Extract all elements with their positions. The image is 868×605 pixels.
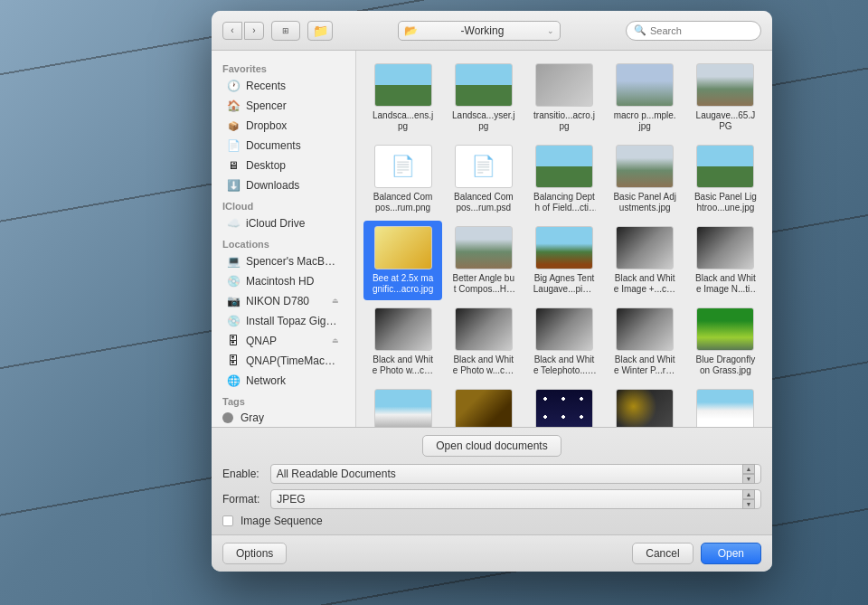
file-thumbnail [455,389,513,427]
back-button[interactable]: ‹ [222,22,242,40]
file-item[interactable]: Laugave...65.JPG [686,58,765,137]
sidebar-item-qnap[interactable]: 🗄 QNAP ⏏ [215,331,352,351]
sidebar-item-recents[interactable]: 🕐 Recents [215,76,352,96]
file-thumbnail [374,389,432,427]
disk-icon: 💿 [226,274,241,288]
sidebar-item-topaz[interactable]: 💿 Install Topaz Gigapixe... [215,311,352,331]
eject2-icon[interactable]: ⏏ [332,336,341,345]
sidebar-item-dropbox[interactable]: 📦 Dropbox [215,116,352,136]
format-value: JPEG [277,493,305,506]
favorites-section-title: Favorites [212,58,355,76]
sidebar-item-label: Spencer [246,99,287,112]
eject-icon[interactable]: ⏏ [332,297,341,306]
format-stepper-up[interactable]: ▲ [742,489,755,499]
search-input[interactable] [650,25,753,36]
cloud-documents-row: Open cloud documents [222,435,761,457]
cancel-button[interactable]: Cancel [632,543,693,564]
format-select[interactable]: JPEG ▲ ▼ [270,489,761,509]
file-thumbnail [696,145,754,188]
new-folder-button[interactable]: 📁 [307,21,333,41]
file-item[interactable]: Basic Panel Adjustments.jpg [606,139,684,219]
stepper-up[interactable]: ▲ [742,464,755,474]
file-item[interactable]: Black and White Image N...tion.jpg [686,221,765,300]
open-button[interactable]: Open [701,543,761,564]
view-toggle-button[interactable]: ⊞ [271,21,300,41]
enable-select[interactable]: All Readable Documents ▲ ▼ [270,464,761,484]
file-item[interactable]: Blurred Foregro...acker.jpg [444,383,523,427]
sidebar: Favorites 🕐 Recents 🏠 Spencer 📦 Dropbox … [212,51,356,427]
tag-label-gray: Gray [241,411,264,424]
search-box[interactable]: 🔍 [626,21,761,41]
file-item[interactable]: Black and White Image +...ction.jpg [606,221,684,300]
location-label: -Working [461,24,505,37]
file-item[interactable]: Blue Dragonfly on Grass.jpg [686,302,765,382]
sidebar-item-label: Desktop [246,159,286,172]
file-item[interactable]: Bokeh Full Image EFCS.jpg [606,383,684,427]
file-item[interactable]: Black and White Telephoto...mork.jpg [524,302,603,382]
format-stepper-down[interactable]: ▼ [742,499,755,509]
sidebar-item-nikon[interactable]: 📷 NIKON D780 ⏏ [215,291,352,311]
enable-stepper[interactable]: ▲ ▼ [742,464,755,484]
forward-button[interactable]: › [244,22,264,40]
sidebar-item-label: QNAP(TimeMachine) [246,354,341,367]
open-file-dialog: ‹ › ⊞ 📁 📂 -Working ⌄ 🔍 Favorites [212,11,772,572]
main-area: Favorites 🕐 Recents 🏠 Spencer 📦 Dropbox … [212,51,772,427]
file-item[interactable]: Landsca...ens.jpg [363,58,442,137]
file-item[interactable]: Big Agnes Tent Laugave...ping.jpg [524,221,603,300]
open-cloud-documents-button[interactable]: Open cloud documents [422,435,561,457]
file-item[interactable]: Bee at 2.5x magnific...acro.jpg [363,221,442,300]
sidebar-item-label: Network [246,374,286,387]
file-item[interactable]: macro p...mple.jpg [606,58,684,137]
file-item[interactable]: Balancing Depth of Field...ction.jpg [524,139,603,219]
file-thumbnail [616,63,674,107]
dropbox-icon: 📦 [226,118,241,133]
file-item[interactable]: transitio...acro.jpg [524,58,603,137]
sidebar-item-label: Spencer's MacBook Pro... [246,255,341,268]
file-thumbnail [696,226,754,269]
file-item[interactable]: Black and White Photo w...ction.jpg [444,302,523,382]
spencer-icon: 🏠 [226,99,241,113]
sidebar-item-spencer[interactable]: 🏠 Spencer [215,96,352,116]
sidebar-item-icloud-drive[interactable]: ☁️ iCloud Drive [215,213,352,233]
file-name: Balanced Compos...rum.psd [452,192,515,213]
file-item[interactable]: Basic Panel Lightroo...une.jpg [686,139,765,219]
file-item[interactable]: Landsca...yser.jpg [444,58,523,137]
sidebar-item-downloads[interactable]: ⬇️ Downloads [215,175,352,195]
file-item[interactable]: Blur in Sea Foam.jpg [363,383,442,427]
file-name: Black and White Photo w...ction.jpg [372,354,435,376]
enable-value: All Readable Documents [277,468,396,480]
sidebar-item-network[interactable]: 🌐 Network [215,371,352,391]
camera-icon: 📷 [226,294,241,308]
file-item[interactable]: Better Angle but Compos...High.jpg [444,221,523,300]
file-item[interactable]: Black and White Photo w...ction.jpg [363,302,442,382]
options-button[interactable]: Options [222,543,287,564]
sidebar-item-macbook[interactable]: 💻 Spencer's MacBook Pro... [215,251,352,271]
file-item[interactable]: Blurry star trails in Milky...osure.jpg [524,383,603,427]
stepper-down[interactable]: ▼ [742,474,755,484]
file-thumbnail [374,63,432,107]
sidebar-item-label: Recents [246,80,286,92]
tag-gray[interactable]: Gray [212,409,355,427]
location-dropdown[interactable]: 📂 -Working ⌄ [398,21,561,41]
sidebar-item-qnap-tm[interactable]: 🗄 QNAP(TimeMachine) [215,351,352,371]
file-name: Black and White Image +...ction.jpg [613,273,676,295]
sidebar-item-desktop[interactable]: 🖥 Desktop [215,156,352,175]
recents-icon: 🕐 [226,79,241,93]
sidebar-item-macintosh-hd[interactable]: 💿 Macintosh HD [215,271,352,291]
desktop-icon: 🖥 [226,158,241,173]
file-name: Black and White Winter P...raph.jpg [613,354,676,376]
image-sequence-checkbox[interactable] [222,515,233,526]
topaz-disk-icon: 💿 [226,314,241,328]
file-item[interactable]: 📄Balanced Compos...rum.psd [444,139,523,219]
file-item[interactable]: 📄Balanced Compos...rum.png [363,139,442,219]
file-thumbnail [455,63,513,107]
image-sequence-label: Image Sequence [241,515,323,527]
format-stepper[interactable]: ▲ ▼ [742,489,755,509]
file-thumbnail [535,307,593,351]
sidebar-item-documents[interactable]: 📄 Documents [215,136,352,156]
file-item[interactable]: Black and White Winter P...raph.jpg [606,302,684,382]
file-item[interactable]: Break in the Clouds,...lands.jpg [686,383,765,427]
tags-section-title: Tags [212,391,355,409]
file-thumbnail: 📄 [455,145,513,188]
file-name: Basic Panel Lightroo...une.jpg [693,192,757,213]
